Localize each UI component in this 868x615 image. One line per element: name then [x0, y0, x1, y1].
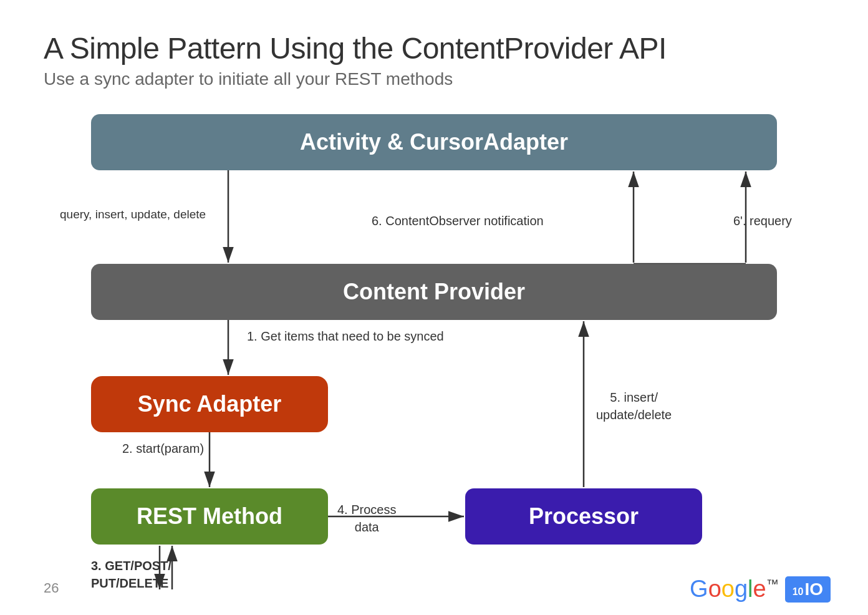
label-step3: 3. GET/POST/PUT/DELETE	[91, 557, 171, 592]
label-step1: 1. Get items that need to be synced	[247, 329, 444, 344]
processor-label: Processor	[529, 503, 639, 530]
e1: e	[753, 576, 766, 602]
slide-title: A Simple Pattern Using the ContentProvid…	[44, 31, 824, 65]
io-badge: 10IO	[785, 576, 831, 603]
io-number-super: 10	[793, 586, 804, 598]
box-rest-method: REST Method	[91, 488, 328, 545]
box-activity: Activity & CursorAdapter	[91, 114, 777, 170]
content-provider-label: Content Provider	[343, 279, 525, 305]
slide-subtitle: Use a sync adapter to initiate all your …	[44, 69, 824, 89]
label-step6: 6. ContentObserver notification	[372, 214, 544, 228]
activity-label: Activity & CursorAdapter	[300, 129, 568, 155]
trademark: ™	[766, 577, 779, 591]
o1: o	[708, 576, 721, 602]
label-step5: 5. insert/update/delete	[596, 389, 672, 424]
sync-adapter-label: Sync Adapter	[138, 391, 282, 417]
l1: l	[748, 576, 753, 602]
google-io-logo: Google™ 10IO	[690, 576, 831, 603]
diagram: Activity & CursorAdapter query, insert, …	[60, 114, 808, 588]
label-step2: 2. start(param)	[122, 442, 204, 456]
g1: G	[690, 576, 708, 602]
label-step6prime: 6'. requery	[733, 214, 792, 228]
box-sync-adapter: Sync Adapter	[91, 376, 328, 432]
label-query-insert: query, insert, update, delete	[60, 208, 206, 221]
label-step4: 4. Processdata	[337, 501, 396, 536]
rest-method-label: REST Method	[137, 503, 282, 530]
box-content-provider: Content Provider	[91, 264, 777, 320]
g2: g	[735, 576, 748, 602]
page-number: 26	[44, 580, 59, 596]
slide: A Simple Pattern Using the ContentProvid…	[0, 0, 868, 615]
google-text: Google™	[690, 576, 779, 603]
o2: o	[721, 576, 735, 602]
io-text: IO	[804, 579, 823, 599]
box-processor: Processor	[465, 488, 702, 545]
